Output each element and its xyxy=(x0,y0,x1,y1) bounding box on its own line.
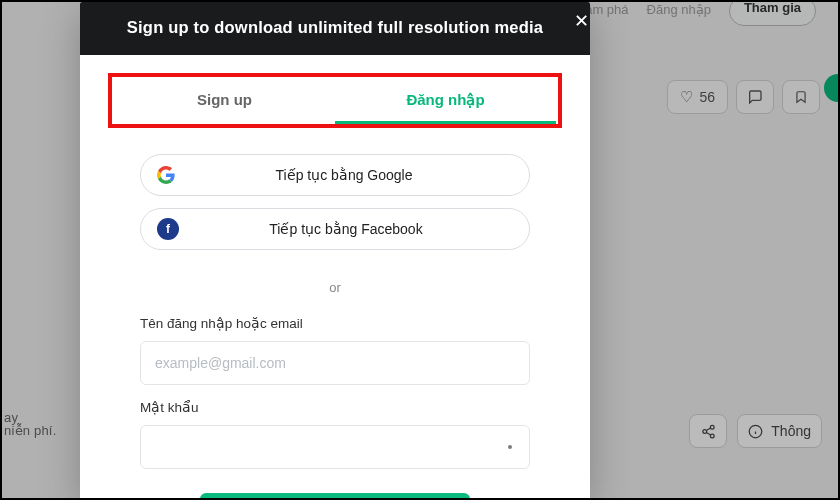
tabs-highlight-box: Sign up Đăng nhập xyxy=(108,73,562,128)
eye-icon[interactable] xyxy=(502,439,518,455)
tab-signup[interactable]: Sign up xyxy=(114,81,335,124)
password-label: Mật khẩu xyxy=(140,399,530,415)
username-input[interactable] xyxy=(140,341,530,385)
google-login-label: Tiếp tục bằng Google xyxy=(175,167,513,183)
close-icon[interactable]: ✕ xyxy=(574,10,589,32)
password-input[interactable] xyxy=(140,425,530,469)
modal-title: Sign up to download unlimited full resol… xyxy=(80,2,590,55)
svg-point-8 xyxy=(508,445,512,449)
modal-body: Sign up Đăng nhập Tiếp tục bằng Google f… xyxy=(80,55,590,500)
login-form: Tên đăng nhập hoặc email Mật khẩu xyxy=(140,315,530,500)
facebook-icon: f xyxy=(157,218,179,240)
auth-tabs: Sign up Đăng nhập xyxy=(114,81,556,124)
facebook-login-button[interactable]: f Tiếp tục bằng Facebook xyxy=(140,208,530,250)
or-divider: or xyxy=(329,280,341,295)
username-label: Tên đăng nhập hoặc email xyxy=(140,315,530,331)
tab-login[interactable]: Đăng nhập xyxy=(335,81,556,124)
google-icon xyxy=(157,166,175,184)
submit-button[interactable] xyxy=(200,493,470,500)
facebook-login-label: Tiếp tục bằng Facebook xyxy=(179,221,513,237)
google-login-button[interactable]: Tiếp tục bằng Google xyxy=(140,154,530,196)
oauth-section: Tiếp tục bằng Google f Tiếp tục bằng Fac… xyxy=(140,154,530,301)
auth-modal: Sign up to download unlimited full resol… xyxy=(80,2,590,500)
